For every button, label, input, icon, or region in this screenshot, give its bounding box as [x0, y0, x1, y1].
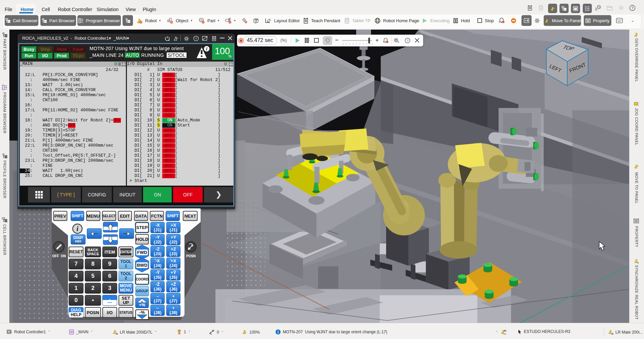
svg-text:BWD: BWD [137, 263, 147, 268]
svg-text:TP: TP [70, 331, 73, 333]
svg-text:?: ? [195, 37, 197, 40]
svg-text:-%: -% [139, 310, 145, 315]
svg-text:i: i [206, 46, 207, 51]
svg-text:GP: GP [611, 333, 613, 335]
svg-text:UF: UF [212, 330, 215, 332]
svg-text:+%: +% [139, 302, 145, 307]
svg-text:AUTO: AUTO [504, 333, 506, 335]
svg-text:▲: ▲ [140, 299, 144, 303]
svg-text:?: ? [631, 6, 633, 10]
svg-text:i: i [76, 225, 78, 232]
svg-text:FWD: FWD [137, 250, 147, 255]
svg-text:GP: GP [116, 333, 118, 335]
svg-text:?: ? [407, 39, 409, 42]
svg-text:R2: R2 [504, 330, 506, 332]
